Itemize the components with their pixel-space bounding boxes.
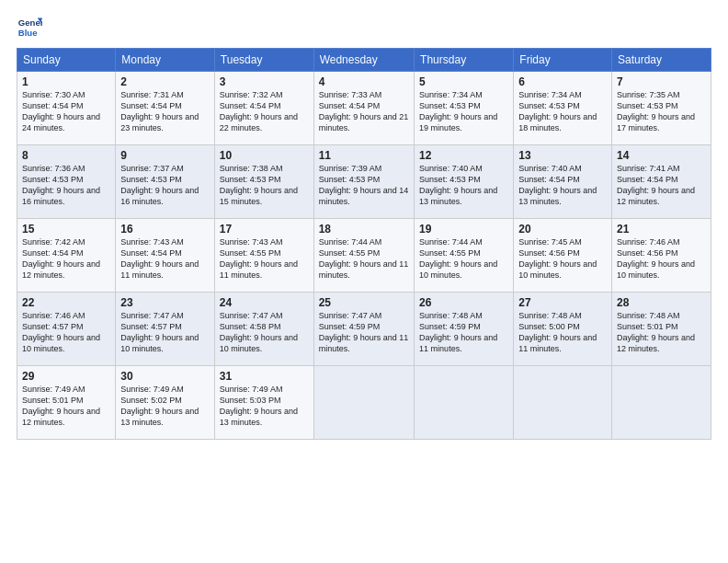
day-info: Sunrise: 7:40 AMSunset: 4:53 PMDaylight:… — [419, 164, 497, 206]
day-number: 14 — [617, 149, 706, 162]
day-info: Sunrise: 7:34 AMSunset: 4:53 PMDaylight:… — [419, 90, 497, 132]
day-info: Sunrise: 7:40 AMSunset: 4:54 PMDaylight:… — [518, 164, 597, 206]
week-row-2: 8 Sunrise: 7:36 AMSunset: 4:53 PMDayligh… — [17, 145, 711, 219]
day-info: Sunrise: 7:49 AMSunset: 5:01 PMDaylight:… — [22, 385, 100, 427]
day-number: 13 — [518, 149, 607, 162]
weekday-header-saturday: Saturday — [611, 49, 711, 72]
day-number: 5 — [419, 75, 508, 88]
weekday-header-row: SundayMondayTuesdayWednesdayThursdayFrid… — [17, 49, 711, 72]
day-number: 28 — [617, 296, 706, 309]
day-number: 16 — [120, 223, 210, 236]
weekday-header-friday: Friday — [514, 49, 612, 72]
day-number: 10 — [220, 149, 309, 162]
calendar-cell: 9 Sunrise: 7:37 AMSunset: 4:53 PMDayligh… — [116, 145, 215, 219]
day-info: Sunrise: 7:44 AMSunset: 4:55 PMDaylight:… — [319, 237, 409, 280]
day-info: Sunrise: 7:31 AMSunset: 4:54 PMDaylight:… — [120, 90, 199, 132]
day-number: 31 — [220, 370, 309, 383]
day-info: Sunrise: 7:48 AMSunset: 5:00 PMDaylight:… — [518, 311, 597, 353]
calendar-cell: 31 Sunrise: 7:49 AMSunset: 5:03 PMDaylig… — [214, 366, 313, 440]
calendar-cell: 19 Sunrise: 7:44 AMSunset: 4:55 PMDaylig… — [415, 219, 514, 293]
day-number: 23 — [120, 296, 210, 309]
day-info: Sunrise: 7:48 AMSunset: 4:59 PMDaylight:… — [419, 311, 497, 353]
svg-text:Blue: Blue — [18, 28, 38, 38]
day-number: 26 — [419, 296, 508, 309]
day-number: 11 — [319, 149, 409, 162]
calendar-cell — [415, 366, 514, 440]
day-number: 9 — [120, 149, 210, 162]
week-row-5: 29 Sunrise: 7:49 AMSunset: 5:01 PMDaylig… — [17, 366, 711, 440]
day-info: Sunrise: 7:32 AMSunset: 4:54 PMDaylight:… — [220, 90, 298, 132]
calendar-cell: 22 Sunrise: 7:46 AMSunset: 4:57 PMDaylig… — [17, 293, 116, 366]
weekday-header-thursday: Thursday — [415, 49, 514, 72]
header: General Blue — [17, 15, 711, 40]
day-info: Sunrise: 7:36 AMSunset: 4:53 PMDaylight:… — [22, 164, 100, 206]
day-info: Sunrise: 7:47 AMSunset: 4:57 PMDaylight:… — [120, 311, 199, 353]
weekday-header-sunday: Sunday — [17, 49, 116, 72]
calendar-cell: 26 Sunrise: 7:48 AMSunset: 4:59 PMDaylig… — [415, 293, 514, 366]
week-row-4: 22 Sunrise: 7:46 AMSunset: 4:57 PMDaylig… — [17, 293, 711, 366]
day-number: 1 — [22, 75, 110, 88]
calendar-cell — [611, 366, 711, 440]
day-info: Sunrise: 7:43 AMSunset: 4:54 PMDaylight:… — [120, 237, 199, 280]
calendar-cell: 29 Sunrise: 7:49 AMSunset: 5:01 PMDaylig… — [17, 366, 116, 440]
day-number: 21 — [617, 223, 706, 236]
day-number: 15 — [22, 223, 110, 236]
calendar-page: General Blue SundayMondayTuesdayWednesda… — [0, 0, 728, 563]
day-number: 8 — [22, 149, 110, 162]
calendar-cell: 1 Sunrise: 7:30 AMSunset: 4:54 PMDayligh… — [17, 72, 116, 145]
day-number: 24 — [220, 296, 309, 309]
logo-icon: General Blue — [17, 15, 42, 40]
day-info: Sunrise: 7:47 AMSunset: 4:58 PMDaylight:… — [220, 311, 298, 353]
day-info: Sunrise: 7:49 AMSunset: 5:03 PMDaylight:… — [220, 385, 298, 427]
calendar-cell: 15 Sunrise: 7:42 AMSunset: 4:54 PMDaylig… — [17, 219, 116, 293]
day-number: 29 — [22, 370, 110, 383]
day-number: 2 — [120, 75, 210, 88]
calendar-cell: 24 Sunrise: 7:47 AMSunset: 4:58 PMDaylig… — [214, 293, 313, 366]
calendar-cell: 5 Sunrise: 7:34 AMSunset: 4:53 PMDayligh… — [415, 72, 514, 145]
day-number: 3 — [220, 75, 309, 88]
day-number: 20 — [518, 223, 607, 236]
day-info: Sunrise: 7:46 AMSunset: 4:57 PMDaylight:… — [22, 311, 100, 353]
day-number: 27 — [518, 296, 607, 309]
day-info: Sunrise: 7:45 AMSunset: 4:56 PMDaylight:… — [518, 237, 597, 280]
day-number: 4 — [319, 75, 409, 88]
day-info: Sunrise: 7:44 AMSunset: 4:55 PMDaylight:… — [419, 237, 497, 280]
calendar-table: SundayMondayTuesdayWednesdayThursdayFrid… — [17, 48, 711, 440]
weekday-header-tuesday: Tuesday — [214, 49, 313, 72]
day-number: 22 — [22, 296, 110, 309]
calendar-cell: 23 Sunrise: 7:47 AMSunset: 4:57 PMDaylig… — [116, 293, 215, 366]
day-info: Sunrise: 7:39 AMSunset: 4:53 PMDaylight:… — [319, 164, 409, 206]
day-info: Sunrise: 7:46 AMSunset: 4:56 PMDaylight:… — [617, 237, 695, 280]
weekday-header-wednesday: Wednesday — [313, 49, 414, 72]
calendar-cell: 27 Sunrise: 7:48 AMSunset: 5:00 PMDaylig… — [514, 293, 612, 366]
day-info: Sunrise: 7:47 AMSunset: 4:59 PMDaylight:… — [319, 311, 409, 353]
day-info: Sunrise: 7:48 AMSunset: 5:01 PMDaylight:… — [617, 311, 695, 353]
day-info: Sunrise: 7:41 AMSunset: 4:54 PMDaylight:… — [617, 164, 695, 206]
day-info: Sunrise: 7:38 AMSunset: 4:53 PMDaylight:… — [220, 164, 298, 206]
calendar-cell: 2 Sunrise: 7:31 AMSunset: 4:54 PMDayligh… — [116, 72, 215, 145]
calendar-cell: 4 Sunrise: 7:33 AMSunset: 4:54 PMDayligh… — [313, 72, 414, 145]
calendar-cell: 13 Sunrise: 7:40 AMSunset: 4:54 PMDaylig… — [514, 145, 612, 219]
calendar-cell: 14 Sunrise: 7:41 AMSunset: 4:54 PMDaylig… — [611, 145, 711, 219]
day-info: Sunrise: 7:30 AMSunset: 4:54 PMDaylight:… — [22, 90, 100, 132]
day-number: 12 — [419, 149, 508, 162]
logo: General Blue — [17, 15, 44, 40]
week-row-1: 1 Sunrise: 7:30 AMSunset: 4:54 PMDayligh… — [17, 72, 711, 145]
calendar-cell: 10 Sunrise: 7:38 AMSunset: 4:53 PMDaylig… — [214, 145, 313, 219]
day-number: 7 — [617, 75, 706, 88]
calendar-cell — [514, 366, 612, 440]
calendar-cell — [313, 366, 414, 440]
calendar-cell: 21 Sunrise: 7:46 AMSunset: 4:56 PMDaylig… — [611, 219, 711, 293]
calendar-cell: 11 Sunrise: 7:39 AMSunset: 4:53 PMDaylig… — [313, 145, 414, 219]
day-number: 6 — [518, 75, 607, 88]
calendar-cell: 28 Sunrise: 7:48 AMSunset: 5:01 PMDaylig… — [611, 293, 711, 366]
calendar-body: 1 Sunrise: 7:30 AMSunset: 4:54 PMDayligh… — [17, 72, 711, 440]
day-info: Sunrise: 7:34 AMSunset: 4:53 PMDaylight:… — [518, 90, 597, 132]
calendar-cell: 7 Sunrise: 7:35 AMSunset: 4:53 PMDayligh… — [611, 72, 711, 145]
calendar-cell: 8 Sunrise: 7:36 AMSunset: 4:53 PMDayligh… — [17, 145, 116, 219]
day-number: 18 — [319, 223, 409, 236]
calendar-cell: 3 Sunrise: 7:32 AMSunset: 4:54 PMDayligh… — [214, 72, 313, 145]
day-info: Sunrise: 7:43 AMSunset: 4:55 PMDaylight:… — [220, 237, 298, 280]
calendar-cell: 17 Sunrise: 7:43 AMSunset: 4:55 PMDaylig… — [214, 219, 313, 293]
day-number: 19 — [419, 223, 508, 236]
